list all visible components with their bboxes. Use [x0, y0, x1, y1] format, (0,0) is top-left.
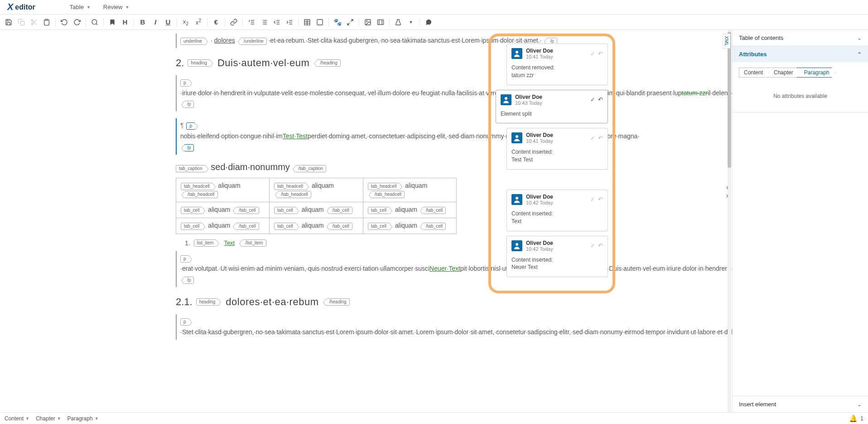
tag-p-open[interactable]: p: [180, 79, 189, 87]
tag-open[interactable]: tab_cell: [274, 207, 296, 214]
menu-review[interactable]: Review ▼: [101, 2, 132, 12]
tag-open[interactable]: tab_cell: [274, 223, 296, 230]
superscript-icon[interactable]: x2: [193, 16, 204, 28]
chevron-right-icon[interactable]: ›: [726, 192, 733, 199]
status-breadcrumb-chapter[interactable]: Chapter▼: [36, 415, 61, 422]
bell-icon[interactable]: 🔔: [849, 414, 858, 423]
tag-open[interactable]: tab_headcell: [368, 183, 400, 190]
panel-toc-header[interactable]: Table of contents ⌄: [733, 30, 868, 46]
expand-icon[interactable]: [344, 16, 356, 28]
revert-icon[interactable]: ↶: [598, 96, 603, 103]
paw-icon[interactable]: 🐾: [332, 16, 343, 28]
underline-icon[interactable]: U: [162, 16, 174, 28]
tag-p-open[interactable]: p: [180, 255, 189, 263]
link-neuer-text[interactable]: Neuer·Text: [429, 265, 460, 272]
tag-p-open[interactable]: p: [186, 122, 195, 130]
breadcrumb-content[interactable]: Content: [739, 68, 769, 78]
panel-insert-header[interactable]: Insert element ⌄: [733, 396, 868, 412]
review-comment-card[interactable]: Oliver Doe10:43 Today✓↶Element split: [496, 90, 608, 124]
unordered-list-icon[interactable]: [258, 16, 270, 28]
review-comment-card[interactable]: Oliver Doe10:41 Today✓↶Content removed:t…: [506, 44, 608, 85]
accept-icon[interactable]: ✓: [590, 50, 595, 57]
tag-p-close[interactable]: /p: [184, 277, 194, 284]
table-cell[interactable]: tab_cell aliquam /tab_cell: [270, 202, 363, 218]
accept-icon[interactable]: ✓: [590, 242, 595, 249]
editor-column[interactable]: underline · dolores · /underline ·et·ea·…: [0, 30, 732, 412]
search-icon[interactable]: [89, 16, 101, 28]
accept-icon[interactable]: ✓: [590, 135, 595, 141]
flask-caret-icon[interactable]: ▼: [405, 16, 417, 28]
tag-close[interactable]: /tab_headcell: [184, 191, 218, 198]
tag-p-close[interactable]: /p: [184, 144, 194, 151]
comment-icon[interactable]: [423, 16, 434, 28]
heading-icon[interactable]: H: [119, 16, 131, 28]
tag-open[interactable]: tab_cell: [368, 207, 390, 214]
revert-icon[interactable]: ↶: [598, 135, 603, 141]
redo-icon[interactable]: [71, 16, 83, 28]
tag-close[interactable]: /tab_cell: [329, 223, 352, 230]
revert-icon[interactable]: ↶: [598, 50, 603, 57]
menu-table[interactable]: Table ▼: [67, 2, 93, 12]
review-comment-card[interactable]: Oliver Doe10:41 Today✓↶Content inserted:…: [506, 128, 608, 170]
table-cell[interactable]: tab_cell aliquam /tab_cell: [270, 218, 363, 234]
tag-close[interactable]: /tab_cell: [423, 207, 446, 214]
tag-heading-close[interactable]: /heading: [326, 298, 349, 306]
outdent-icon[interactable]: [271, 16, 283, 28]
tag-heading-open[interactable]: heading: [188, 59, 210, 67]
tag-close[interactable]: /tab_cell: [329, 207, 352, 214]
tag-heading-close[interactable]: /heading: [317, 59, 340, 67]
link-dolores[interactable]: dolores: [214, 37, 235, 44]
tag-heading-open[interactable]: heading: [196, 298, 219, 306]
table-icon[interactable]: [301, 16, 313, 28]
table-headcell[interactable]: tab_headcell aliquam /tab_headcell: [363, 178, 456, 202]
table-cell[interactable]: tab_cell aliquam /tab_cell: [363, 202, 456, 218]
tag-listitem-open[interactable]: list_item: [194, 239, 217, 247]
review-comment-card[interactable]: Oliver Doe10:42 Today✓↶Content inserted:…: [506, 236, 608, 278]
link-text[interactable]: Text: [224, 239, 235, 246]
xml-tab[interactable]: XML: [723, 34, 730, 49]
italic-icon[interactable]: I: [149, 16, 161, 28]
tag-open[interactable]: tab_headcell: [181, 183, 213, 190]
flask-icon[interactable]: [392, 16, 404, 28]
tag-close[interactable]: /tab_cell: [236, 223, 259, 230]
tag-listitem-close[interactable]: /list_item: [242, 239, 266, 247]
paragraph[interactable]: p ·Stet·clita·kasd·gubergren,·no·sea·tak…: [176, 314, 620, 340]
tag-close[interactable]: /tab_headcell: [278, 191, 311, 198]
chevron-left-icon[interactable]: ‹: [726, 184, 733, 190]
status-breadcrumb-content[interactable]: Content▼: [5, 415, 29, 422]
bold-icon[interactable]: B: [137, 16, 149, 28]
breadcrumb-paragraph[interactable]: Paragraph: [796, 68, 835, 78]
tag-close[interactable]: /tab_cell: [236, 207, 259, 214]
checkbox-icon[interactable]: [314, 16, 326, 28]
revert-icon[interactable]: ↶: [598, 196, 603, 203]
panel-attributes-header[interactable]: Attributes ⌃: [733, 46, 868, 62]
table-headcell[interactable]: tab_headcell aliquam /tab_headcell: [270, 178, 363, 202]
paste-icon[interactable]: [41, 16, 53, 28]
tag-open[interactable]: tab_headcell: [274, 183, 306, 190]
breadcrumb-chapter[interactable]: Chapter: [766, 68, 799, 78]
revert-icon[interactable]: ↶: [598, 242, 603, 249]
image-icon[interactable]: [362, 16, 374, 28]
indent-icon[interactable]: [284, 16, 295, 28]
content-table[interactable]: tab_headcell aliquam /tab_headcell tab_h…: [176, 178, 457, 234]
tag-underline-close[interactable]: /underline: [241, 38, 267, 45]
undo-icon[interactable]: [58, 16, 70, 28]
table-cell[interactable]: tab_cell aliquam /tab_cell: [176, 218, 270, 234]
table-cell[interactable]: tab_cell aliquam /tab_cell: [176, 202, 270, 218]
scrollbar-thumb[interactable]: [728, 32, 731, 168]
tag-close[interactable]: /tab_cell: [423, 223, 446, 230]
tag-open[interactable]: tab_cell: [368, 223, 390, 230]
status-breadcrumb-paragraph[interactable]: Paragraph▼: [68, 415, 99, 422]
link-icon[interactable]: [228, 16, 240, 28]
accept-icon[interactable]: ✓: [590, 196, 595, 203]
tag-open[interactable]: tab_cell: [181, 207, 203, 214]
tag-underline-open[interactable]: underline: [180, 38, 205, 45]
tag-open[interactable]: tab_cell: [181, 223, 203, 230]
link-test-test[interactable]: Test·Test: [283, 132, 308, 140]
tag-tabcaption-open[interactable]: tab_caption: [176, 165, 206, 172]
save-icon[interactable]: [3, 16, 14, 28]
tag-p-close[interactable]: /p: [184, 101, 194, 108]
tag-p-open[interactable]: p: [180, 318, 189, 326]
heading-2-1[interactable]: 2.1. heading dolores·et·ea·rebum /headin…: [176, 296, 620, 308]
subscript-icon[interactable]: x2: [180, 16, 192, 28]
